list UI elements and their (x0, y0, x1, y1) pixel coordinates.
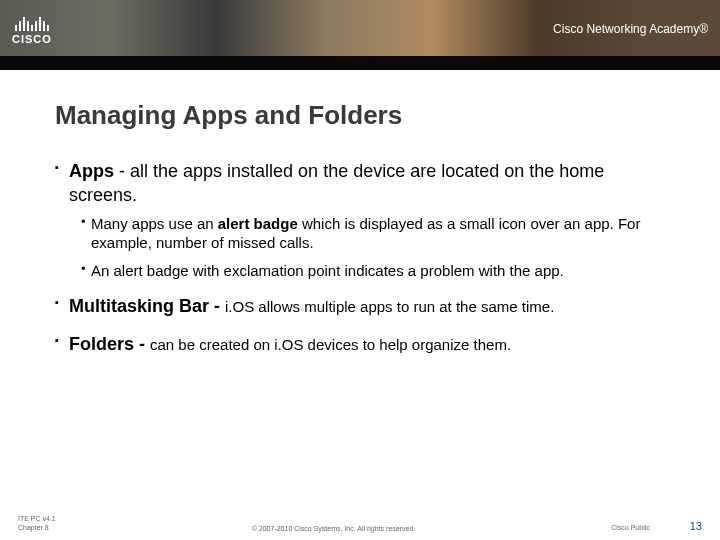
footer-public: Cisco Public (611, 524, 650, 531)
academy-label: Cisco Networking Academy® (553, 22, 708, 36)
bullet-folders-line: Folders - can be created on i.OS devices… (55, 332, 665, 356)
page-number: 13 (690, 520, 702, 532)
bullet-multi-trail: i.OS allows multiple apps to run at the … (225, 298, 554, 315)
bullet-folders-lead: Folders - (69, 334, 150, 354)
bullet-multi-line: Multitasking Bar - i.OS allows multiple … (55, 294, 665, 318)
footer-version: ITE PC v4.1 (18, 514, 56, 523)
sub2-pre: An alert badge with exclamation point in… (91, 262, 564, 279)
bullet-apps: Apps - all the apps installed on the dev… (55, 159, 665, 280)
footer-left: ITE PC v4.1 Chapter 8 (18, 514, 56, 532)
footer-chapter: Chapter 8 (18, 523, 56, 532)
slide-header: CISCO Cisco Networking Academy® (0, 0, 720, 70)
slide-footer: ITE PC v4.1 Chapter 8 © 2007-2010 Cisco … (0, 514, 720, 532)
cisco-logo-text: CISCO (12, 33, 52, 45)
cisco-logo: CISCO (12, 13, 52, 45)
footer-right: Cisco Public 13 (611, 520, 702, 532)
bullet-apps-line: Apps - all the apps installed on the dev… (55, 159, 665, 208)
bullet-apps-sub2: An alert badge with exclamation point in… (55, 261, 665, 281)
footer-copyright: © 2007-2010 Cisco Systems, Inc. All righ… (56, 525, 612, 532)
slide-content: Managing Apps and Folders Apps - all the… (0, 70, 720, 357)
sub1-bold: alert badge (218, 215, 298, 232)
slide-title: Managing Apps and Folders (55, 100, 665, 131)
bullet-folders-trail: can be created on i.OS devices to help o… (150, 336, 511, 353)
bullet-folders: Folders - can be created on i.OS devices… (55, 332, 665, 356)
header-underline (0, 56, 720, 70)
header-background: CISCO Cisco Networking Academy® (0, 0, 720, 58)
bullet-multitasking: Multitasking Bar - i.OS allows multiple … (55, 294, 665, 318)
bullet-apps-rest: - all the apps installed on the device a… (69, 161, 604, 205)
bullet-multi-lead: Multitasking Bar - (69, 296, 225, 316)
cisco-bars-icon (15, 13, 49, 31)
sub1-pre: Many apps use an (91, 215, 218, 232)
bullet-apps-lead: Apps (69, 161, 114, 181)
bullet-apps-sub1: Many apps use an alert badge which is di… (55, 214, 665, 253)
